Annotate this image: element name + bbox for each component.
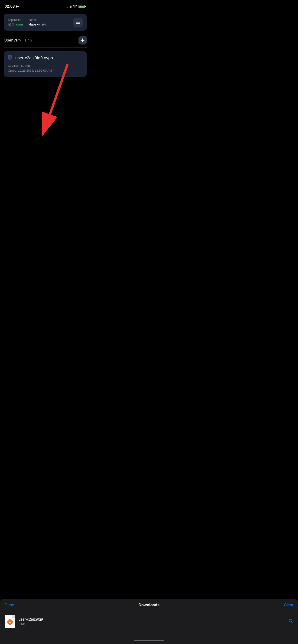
- vpn-user-group: Хэрэглэгч: h@h.com: [8, 18, 23, 26]
- file-meta: Хэмжээ: 4.9 KiB Огноо: 10/25/2024, 12:55…: [8, 64, 83, 73]
- bed-icon: 🛏: [16, 5, 19, 8]
- status-bar: 02:03 🛏 100: [0, 0, 91, 12]
- svg-rect-1: [11, 55, 12, 56]
- status-icons: 100: [68, 5, 86, 8]
- file-size-row: Хэмжээ: 4.9 KiB: [8, 64, 83, 68]
- ovpn-file-icon: [8, 55, 13, 61]
- vpn-user-label: Хэрэглэгч:: [8, 18, 23, 22]
- wifi-icon: [73, 5, 77, 8]
- time-display: 02:03: [5, 4, 15, 9]
- openvpn-title-group: OpenVPN 1 / 5: [4, 38, 32, 43]
- file-name: user-c2ajz9fg9.ovpn: [15, 56, 53, 60]
- status-time: 02:03 🛏: [5, 4, 19, 9]
- file-card-header: user-c2ajz9fg9.ovpn: [8, 55, 83, 61]
- openvpn-title: OpenVPN: [4, 38, 22, 42]
- file-card: user-c2ajz9fg9.ovpn Хэмжээ: 4.9 KiB Огно…: [4, 51, 87, 77]
- section-divider: [4, 47, 87, 48]
- date-label: Огноо:: [8, 69, 17, 72]
- file-date-row: Огноо: 10/25/2024, 12:55:00 AM: [8, 68, 83, 73]
- menu-button[interactable]: [73, 18, 83, 27]
- vpn-status-group: Төлөв: Идэвхитэй: [28, 18, 46, 26]
- size-label: Хэмжээ:: [8, 64, 20, 68]
- vpn-status-row: Хэрэглэгч: h@h.com Төлөв: Идэвхитэй: [8, 18, 46, 26]
- vpn-status-value: Идэвхитэй: [28, 22, 46, 26]
- hamburger-icon: [76, 21, 80, 24]
- signal-bars-icon: [68, 5, 72, 8]
- openvpn-header: OpenVPN 1 / 5: [4, 36, 87, 44]
- vpn-user-value: h@h.com: [8, 22, 23, 26]
- size-value: 4.9 KiB: [20, 64, 30, 68]
- vpn-status-label: Төлөв:: [28, 18, 46, 22]
- openvpn-count: 1 / 5: [24, 38, 32, 42]
- battery-icon: 100: [78, 5, 86, 8]
- vpn-status-card: Хэрэглэгч: h@h.com Төлөв: Идэвхитэй: [4, 14, 87, 30]
- add-profile-button[interactable]: [79, 36, 87, 44]
- date-value: 10/25/2024, 12:55:00 AM: [18, 69, 52, 72]
- main-content: Хэрэглэгч: h@h.com Төлөв: Идэвхитэй: [0, 12, 91, 79]
- vpn-status-info: Хэрэглэгч: h@h.com Төлөв: Идэвхитэй: [8, 18, 46, 26]
